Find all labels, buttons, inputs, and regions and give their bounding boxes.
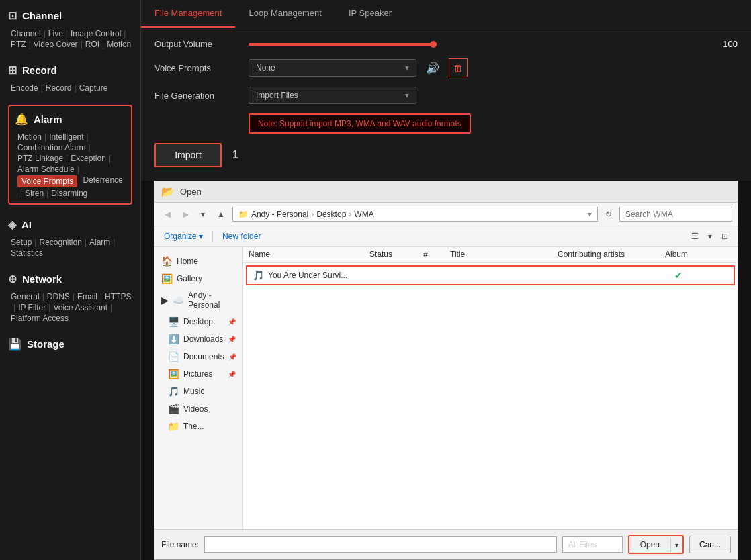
sidebar-item-home[interactable]: 🏠 Home — [154, 252, 242, 270]
col-name[interactable]: Name — [249, 250, 369, 259]
sidebar-item-music[interactable]: 🎵 Music — [154, 383, 242, 400]
refresh-button[interactable]: ↻ — [601, 207, 617, 222]
sidebar-item-general[interactable]: General — [11, 292, 40, 301]
sidebar-item-other[interactable]: 📁 The... — [154, 418, 242, 435]
view-pane-button[interactable]: ⊡ — [717, 229, 732, 244]
sidebar-gallery-label: Gallery — [177, 274, 202, 283]
record-icon: ⊞ — [8, 64, 17, 77]
file-list-header: Name Status # Title Contributing artists… — [243, 247, 738, 263]
storage-title: Storage — [27, 338, 64, 350]
sidebar-item-documents[interactable]: 📄 Documents 📌 — [154, 348, 242, 365]
sidebar-item-alarm-motion[interactable]: Motion — [17, 132, 42, 142]
cloud-folder-icon: ☁️ — [173, 295, 184, 306]
sidebar-item-platform-access[interactable]: Platform Access — [11, 314, 69, 323]
storage-icon: 💾 — [8, 338, 21, 351]
sidebar-item-exception[interactable]: Exception — [71, 154, 106, 163]
file-status-ok-icon: ✔ — [674, 270, 728, 281]
network-icon: ⊕ — [8, 273, 17, 285]
new-folder-button[interactable]: New folder — [218, 230, 265, 242]
sidebar-item-https[interactable]: HTTPS — [105, 292, 131, 301]
import-button[interactable]: Import — [154, 143, 222, 167]
col-album[interactable]: Album — [665, 250, 732, 259]
view-list-button[interactable]: ☰ — [687, 229, 703, 244]
filename-input[interactable] — [204, 536, 557, 553]
col-title[interactable]: Title — [450, 250, 558, 259]
dialog-title: Open — [180, 187, 202, 197]
sidebar-item-email[interactable]: Email — [77, 292, 97, 301]
nav-dropdown-button[interactable]: ▾ — [196, 207, 210, 222]
sidebar-item-live[interactable]: Live — [48, 29, 63, 38]
sidebar-item-combination-alarm[interactable]: Combination Alarm — [17, 143, 85, 152]
breadcrumb-part1: Andy - Personal — [251, 209, 308, 219]
forward-button[interactable]: ▶ — [178, 207, 193, 222]
sidebar-item-pictures[interactable]: 🖼️ Pictures 📌 — [154, 365, 242, 383]
sidebar-item-statistics[interactable]: Statistics — [11, 248, 43, 258]
up-button[interactable]: ▲ — [212, 207, 230, 222]
sidebar-item-videos[interactable]: 🎬 Videos — [154, 400, 242, 418]
col-contributing[interactable]: Contributing artists — [558, 250, 665, 259]
sidebar-videos-label: Videos — [183, 404, 208, 414]
step-number: 1 — [232, 149, 238, 161]
file-generation-select[interactable]: Import Files ▾ — [249, 87, 416, 104]
sidebar-item-siren[interactable]: Siren — [25, 189, 44, 198]
view-options-button[interactable]: ▾ — [704, 229, 716, 244]
sidebar-item-ptz-linkage[interactable]: PTZ Linkage — [17, 154, 63, 163]
sidebar-item-intelligent[interactable]: Intelligent — [49, 132, 83, 142]
back-button[interactable]: ◀ — [160, 207, 175, 222]
sidebar-item-disarming[interactable]: Disarming — [51, 189, 87, 198]
sidebar-item-alarm-schedule[interactable]: Alarm Schedule — [17, 165, 75, 174]
col-status[interactable]: Status — [369, 250, 423, 259]
sidebar-item-video-cover[interactable]: Video Cover — [34, 40, 78, 49]
sidebar-item-downloads[interactable]: ⬇️ Downloads 📌 — [154, 330, 242, 348]
sidebar-item-image-control[interactable]: Image Control — [71, 29, 121, 38]
alarm-title: Alarm — [34, 113, 62, 125]
col-hash[interactable]: # — [423, 250, 450, 259]
sidebar-item-andy-personal[interactable]: ▶ ☁️ Andy - Personal — [154, 287, 242, 313]
sidebar-item-record[interactable]: Record — [46, 83, 72, 93]
sidebar-item-channel[interactable]: Channel — [11, 29, 41, 38]
open-button[interactable]: Open — [629, 536, 670, 553]
delete-icon-box[interactable]: 🗑 — [449, 58, 468, 77]
open-dropdown-button[interactable]: ▾ — [670, 538, 682, 552]
file-generation-control: Import Files ▾ — [249, 87, 738, 104]
output-volume-label: Output Volume — [154, 39, 249, 49]
file-row[interactable]: 🎵 You Are Under Survi... ✔ — [246, 265, 735, 285]
voice-prompts-select[interactable]: None ▾ — [249, 59, 416, 77]
sidebar: ⊡ Channel Channel | Live | Image Control… — [0, 0, 141, 560]
sidebar-item-ai-alarm[interactable]: Alarm — [89, 238, 110, 247]
sidebar-item-roi[interactable]: ROI — [85, 40, 99, 49]
volume-icon-btn[interactable]: 🔊 — [423, 59, 442, 77]
sidebar-item-voice-assistant[interactable]: Voice Assistant — [53, 303, 107, 312]
channel-icon: ⊡ — [8, 9, 17, 22]
sidebar-music-label: Music — [183, 387, 204, 396]
sidebar-item-desktop[interactable]: 🖥️ Desktop 📌 — [154, 313, 242, 330]
sidebar-item-motion-channel[interactable]: Motion — [107, 40, 131, 49]
search-input[interactable] — [619, 207, 732, 222]
channel-header: ⊡ Channel — [8, 5, 132, 26]
breadcrumb-dropdown-icon[interactable]: ▾ — [588, 209, 592, 219]
volume-slider[interactable] — [249, 43, 716, 46]
sidebar-item-ddns[interactable]: DDNS — [47, 292, 70, 301]
sidebar-item-capture[interactable]: Capture — [79, 83, 108, 93]
dialog-nav-bar: ◀ ▶ ▾ ▲ 📁 Andy - Personal › Desktop › WM… — [154, 203, 738, 226]
tab-loop-management[interactable]: Loop Management — [235, 0, 335, 28]
breadcrumb-folder-icon: 📁 — [238, 209, 249, 219]
tab-ip-speaker[interactable]: IP Speaker — [335, 0, 405, 28]
dialog-title-bar: 📂 Open — [154, 181, 738, 203]
breadcrumb[interactable]: 📁 Andy - Personal › Desktop › WMA ▾ — [232, 207, 598, 222]
sidebar-item-gallery[interactable]: 🖼️ Gallery — [154, 270, 242, 287]
cloud-icon: ▶ — [161, 295, 169, 306]
slider-thumb — [430, 41, 437, 48]
sidebar-item-deterrence[interactable]: Deterrence — [83, 175, 122, 187]
sidebar-item-ptz[interactable]: PTZ — [11, 40, 26, 49]
sidebar-item-voice-prompts[interactable]: Voice Prompts — [17, 175, 77, 187]
pin-icon: 📌 — [228, 318, 236, 326]
tab-file-management[interactable]: File Management — [141, 0, 235, 28]
sidebar-item-setup[interactable]: Setup — [11, 238, 32, 247]
cancel-button[interactable]: Can... — [689, 536, 731, 553]
sidebar-item-ip-filter[interactable]: IP Filter — [18, 303, 46, 312]
sidebar-item-encode[interactable]: Encode — [11, 83, 38, 93]
sidebar-item-recognition[interactable]: Recognition — [39, 238, 81, 247]
organize-button[interactable]: Organize ▾ — [160, 230, 207, 242]
alarm-box: 🔔 Alarm Motion | Intelligent | Combinati… — [8, 105, 132, 205]
